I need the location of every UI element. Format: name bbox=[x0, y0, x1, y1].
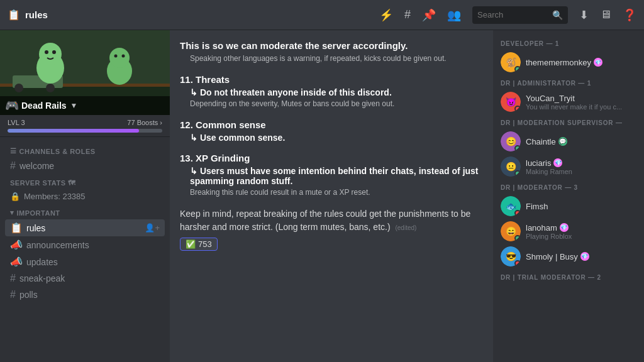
member-name-youcan-tryit: YouCan_Tryit bbox=[526, 94, 636, 103]
status-online-luciaris bbox=[514, 170, 521, 177]
top-bar-icons: ⚡ # 📌 👥 🔍 ⬇ 🖥 ❓ bbox=[379, 6, 636, 24]
level-bar-fill bbox=[8, 129, 139, 133]
member-shmoly[interactable]: 😎 Shmoly | Busy 💎 bbox=[493, 244, 644, 269]
sidebar-channel-updates[interactable]: 📣 updates bbox=[5, 253, 165, 270]
developer-cat: DEVELOPER — 1 bbox=[493, 35, 644, 50]
trial-mod-cat: DR | TRIAL MODERATOR — 2 bbox=[493, 269, 644, 283]
member-info-shmoly: Shmoly | Busy 💎 bbox=[526, 252, 636, 261]
search-bar[interactable]: 🔍 bbox=[472, 6, 568, 24]
level-bar-bg bbox=[8, 129, 162, 133]
main-layout: 🎮 Dead Rails ▼ LVL 3 77 Boosts › ☰ bbox=[0, 30, 644, 362]
inbox-icon[interactable]: 🖥 bbox=[600, 8, 611, 21]
status-dnd-fimsh bbox=[514, 210, 521, 216]
sidebar-channel-rules[interactable]: 📋 rules 👤+ bbox=[5, 219, 165, 236]
boost-badge: 💎 bbox=[594, 58, 602, 67]
reaction-emoji: ✅ bbox=[186, 239, 196, 249]
rule13-sub: Breaking this rule could result in a mut… bbox=[180, 187, 483, 198]
add-member-icon[interactable]: 👤+ bbox=[145, 223, 160, 233]
svg-point-13 bbox=[122, 55, 125, 58]
avatar-lanoham: 😄 bbox=[501, 221, 521, 241]
status-dnd-shmoly bbox=[514, 260, 521, 266]
updates-icon: 📣 bbox=[10, 256, 23, 268]
badge-chaintle: 💬 bbox=[558, 137, 567, 146]
svg-point-4 bbox=[14, 84, 23, 92]
member-chaintle[interactable]: 😊 Chaintle 💬 bbox=[493, 129, 644, 154]
svg-point-9 bbox=[52, 50, 56, 54]
member-status-youcan-tryit: You will never make it if you c... bbox=[526, 103, 636, 111]
status-online bbox=[514, 66, 521, 72]
rule-intro-text: This is so we can moderate the server ac… bbox=[180, 40, 483, 51]
search-icon: 🔍 bbox=[552, 10, 563, 20]
channels-roles-icon: ☰ bbox=[10, 147, 17, 155]
rule11-sub: Depending on the severity, Mutes or bans… bbox=[180, 99, 483, 109]
reaction-bar: ✅ 753 bbox=[180, 238, 483, 251]
rule13-block: 13. XP Grinding ↳ Users must have some i… bbox=[180, 153, 483, 198]
footer-block: Keep in mind, repeat breaking of the rul… bbox=[180, 207, 483, 251]
download-icon[interactable]: ⬇ bbox=[579, 8, 589, 22]
member-info-youcan-tryit: YouCan_Tryit You will never make it if y… bbox=[526, 94, 636, 111]
member-status-luciaris: Making Ramen bbox=[526, 168, 636, 175]
server-stats-cat[interactable]: SERVER STATS 🗺 bbox=[5, 174, 165, 189]
member-lanoham[interactable]: 😄 lanoham 💎 Playing Roblox bbox=[493, 219, 644, 244]
server-banner: 🎮 Dead Rails ▼ bbox=[0, 30, 170, 115]
channels-roles-cat[interactable]: ☰ Channels & Roles bbox=[5, 142, 165, 158]
sneak-hash-icon: # bbox=[10, 273, 16, 284]
status-online-chaintle bbox=[514, 145, 521, 151]
rule13-title: 13. XP Grinding bbox=[180, 153, 483, 163]
rule12-block: 12. Common sense ↳ Use common sense. bbox=[180, 119, 483, 143]
sidebar-channel-welcome[interactable]: # welcome bbox=[5, 158, 165, 174]
important-cat[interactable]: ▾ IMPORTANT bbox=[5, 204, 165, 219]
members-sidebar: DEVELOPER — 1 🐒 thememermonkey 💎 DR | AD… bbox=[493, 30, 644, 362]
member-info-luciaris: luciaris 💎 Making Ramen bbox=[526, 158, 636, 175]
avatar-youcan-tryit: 😈 bbox=[501, 92, 521, 112]
sidebar-channel-sneak-peak[interactable]: # sneak-peak bbox=[5, 270, 165, 287]
members-icon[interactable]: 👥 bbox=[447, 8, 461, 22]
badge-luciaris: 💎 bbox=[553, 158, 562, 167]
polls-hash-icon: # bbox=[10, 289, 16, 300]
threads-icon[interactable]: # bbox=[404, 8, 411, 21]
admin-cat: DR | ADMINISTRATOR — 1 bbox=[493, 75, 644, 89]
rules-icon: 📋 bbox=[10, 222, 23, 234]
sidebar-channel-announcements[interactable]: 📣 announcements bbox=[5, 236, 165, 253]
avatar-thememermonkey: 🐒 bbox=[501, 52, 521, 72]
member-luciaris[interactable]: 😐 luciaris 💎 Making Ramen bbox=[493, 154, 644, 179]
rule13-main: ↳ Users must have some intention behind … bbox=[180, 166, 483, 186]
member-info-lanoham: lanoham 💎 Playing Roblox bbox=[526, 223, 636, 240]
badge-shmoly: 💎 bbox=[580, 252, 589, 261]
status-dnd bbox=[514, 106, 521, 112]
avatar-luciaris: 😐 bbox=[501, 156, 521, 177]
member-youcan-tryit[interactable]: 😈 YouCan_Tryit You will never make it if… bbox=[493, 89, 644, 114]
member-thememermonkey[interactable]: 🐒 thememermonkey 💎 bbox=[493, 50, 644, 75]
top-bar: 📋 rules ⚡ # 📌 👥 🔍 ⬇ 🖥 ❓ bbox=[0, 0, 644, 30]
pin-icon[interactable]: 📌 bbox=[422, 8, 436, 22]
member-name-fimsh: Fimsh bbox=[526, 202, 636, 211]
search-input[interactable] bbox=[477, 10, 548, 19]
svg-point-8 bbox=[45, 50, 48, 54]
rule11-main: ↳ Do not threaten anyone inside of this … bbox=[180, 87, 483, 97]
sidebar-channel-polls[interactable]: # polls bbox=[5, 287, 165, 303]
footer-message: Keep in mind, repeat breaking of the rul… bbox=[180, 207, 483, 234]
member-name-shmoly: Shmoly | Busy 💎 bbox=[526, 252, 636, 261]
rule-intro-block: This is so we can moderate the server ac… bbox=[180, 40, 483, 64]
messages-container[interactable]: This is so we can moderate the server ac… bbox=[170, 30, 493, 362]
reaction-count: 753 bbox=[198, 239, 212, 249]
lock-icon: 🔒 bbox=[10, 192, 20, 201]
member-status-lanoham: Playing Roblox bbox=[526, 233, 636, 240]
svg-point-7 bbox=[39, 43, 62, 65]
rule12-title: 12. Common sense bbox=[180, 119, 483, 130]
announcements-icon: 📣 bbox=[10, 239, 23, 251]
server-name-label: 🎮 Dead Rails ▼ bbox=[0, 96, 170, 115]
level-bar-header: LVL 3 77 Boosts › bbox=[8, 119, 162, 126]
member-name-luciaris: luciaris 💎 bbox=[526, 158, 636, 168]
member-count: 🔒 Members: 23385 bbox=[5, 189, 165, 204]
member-name-chaintle: Chaintle 💬 bbox=[526, 137, 636, 146]
mod-cat: DR | MODERATOR — 3 bbox=[493, 179, 644, 194]
member-name-lanoham: lanoham 💎 bbox=[526, 223, 636, 233]
member-fimsh[interactable]: 🐟 Fimsh bbox=[493, 194, 644, 219]
reaction-checkmark[interactable]: ✅ 753 bbox=[180, 238, 218, 251]
svg-point-12 bbox=[114, 55, 118, 58]
slash-icon[interactable]: ⚡ bbox=[379, 8, 393, 22]
modsup-cat: DR | MODERATION SUPERVISOR — bbox=[493, 114, 644, 129]
help-icon[interactable]: ❓ bbox=[623, 8, 636, 22]
member-name-thememermonkey: thememermonkey 💎 bbox=[526, 58, 636, 67]
